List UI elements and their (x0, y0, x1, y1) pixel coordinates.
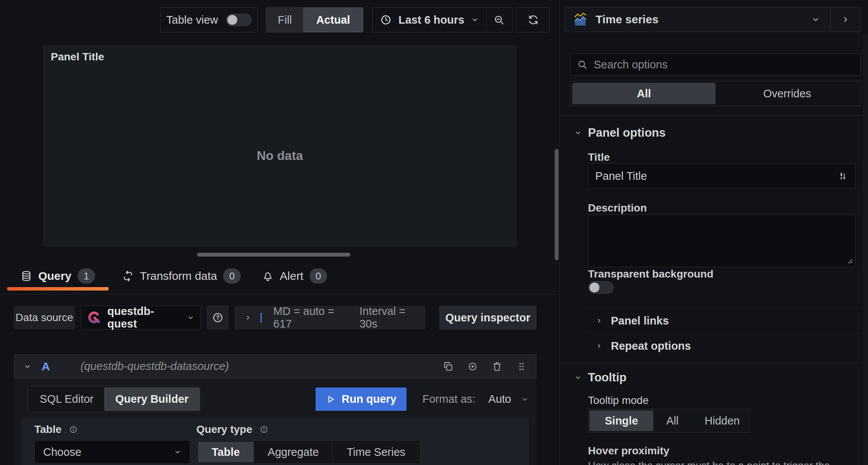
sql-editor-button[interactable]: SQL Editor (29, 388, 104, 411)
tab-transform-data[interactable]: Transform data 0 (115, 266, 248, 286)
tab-query-count: 1 (78, 268, 95, 284)
query-type-aggregate[interactable]: Aggregate (254, 442, 333, 462)
run-query-button[interactable]: Run query (316, 388, 406, 411)
delete-query-trash-icon[interactable] (492, 361, 502, 372)
play-icon (326, 394, 335, 404)
chevron-down-icon (574, 374, 582, 381)
transparent-background-toggle[interactable] (588, 281, 614, 294)
divider (560, 115, 868, 116)
editor-tabs: Query 1 Transform data 0 Alert 0 (7, 266, 335, 286)
tab-query-label: Query (38, 270, 71, 283)
panel-title-input[interactable] (595, 170, 838, 182)
visualization-name: Time series (596, 13, 659, 26)
chevron-down-icon (574, 129, 582, 137)
query-actions (443, 361, 527, 372)
table-select[interactable]: Choose (34, 440, 190, 464)
tooltip-mode-segmented: Single All Hidden (588, 409, 750, 433)
query-options-toggle[interactable]: MD = auto = 617 Interval = 30s (235, 306, 426, 329)
divider (588, 308, 859, 308)
panel-options-title: Panel options (588, 126, 666, 140)
vertical-scrollbar[interactable] (555, 149, 559, 260)
horizontal-scrollbar[interactable] (197, 253, 350, 257)
chevron-down-icon (187, 314, 194, 321)
table-view-toggle-group: Table view (160, 7, 257, 32)
options-search-input[interactable] (594, 58, 854, 71)
editor-mode-segmented: SQL Editor Query Builder (28, 386, 201, 412)
query-datasource-hint: (questdb-questdb-datasource) (81, 360, 229, 373)
options-pane: Time series All Overrides Panel options … (559, 0, 868, 465)
query-type-field: Query type Table Aggregate Time Series (196, 423, 421, 464)
clock-icon (380, 14, 392, 26)
tab-alert[interactable]: Alert 0 (254, 266, 335, 286)
time-range-picker[interactable]: Last 6 hours (372, 8, 486, 32)
query-ref-id: A (42, 360, 50, 373)
fill-actual-segmented: Fill Actual (266, 7, 363, 32)
duplicate-query-icon[interactable] (443, 361, 453, 372)
divider (560, 363, 868, 363)
hover-proximity-label: Hover proximity (588, 445, 669, 457)
hide-query-eye-icon[interactable] (467, 361, 478, 372)
info-icon (260, 425, 268, 434)
tab-alert-label: Alert (280, 270, 303, 283)
panel-title[interactable]: Panel Title (51, 51, 104, 63)
panel-options-header[interactable]: Panel options (574, 126, 666, 140)
time-range-group: Last 6 hours (372, 7, 513, 32)
tooltip-mode-single[interactable]: Single (589, 410, 653, 431)
interval-summary: Interval = 30s (360, 305, 416, 330)
repeat-options-label: Repeat options (611, 340, 691, 352)
repeat-options-section[interactable]: Repeat options (596, 338, 691, 354)
questdb-logo-icon (87, 311, 101, 325)
zoom-out-icon (493, 14, 505, 26)
toggle-knob (227, 15, 237, 25)
filter-tab-overrides[interactable]: Overrides (716, 83, 859, 104)
tooltip-mode-all[interactable]: All (653, 410, 691, 431)
query-type-table[interactable]: Table (198, 442, 254, 462)
filter-tab-all[interactable]: All (572, 83, 716, 104)
search-icon (577, 59, 588, 70)
tooltip-mode-label: Tooltip mode (588, 394, 649, 407)
description-label: Description (588, 202, 647, 214)
max-data-points-summary: MD = auto = 617 (273, 305, 343, 330)
tooltip-mode-hidden[interactable]: Hidden (691, 410, 753, 431)
variable-suggestion-icon[interactable] (838, 171, 848, 181)
query-editor-body: SQL Editor Query Builder Run query Forma… (14, 378, 536, 465)
chevron-down-icon (174, 448, 181, 456)
query-type-time-series[interactable]: Time Series (332, 442, 419, 462)
query-builder-button[interactable]: Query Builder (104, 388, 200, 411)
chevron-right-icon (841, 15, 850, 24)
visualization-picker[interactable]: Time series (565, 7, 861, 32)
divider (0, 294, 559, 294)
drag-handle-icon[interactable] (516, 361, 527, 372)
active-tab-underline (7, 287, 108, 291)
table-field-label-row: Table (34, 423, 190, 436)
actual-button[interactable]: Actual (303, 8, 363, 32)
query-type-label: Query type (196, 423, 252, 436)
format-as-select[interactable]: Auto (488, 393, 529, 405)
format-as-label: Format as: (423, 393, 476, 405)
panel-description-textarea[interactable] (588, 215, 855, 267)
tab-alert-count: 0 (309, 268, 327, 284)
query-builder-fields: Table Choose Query type Table (21, 418, 529, 465)
zoom-out-button[interactable] (487, 8, 511, 32)
datasource-help-button[interactable]: ? (207, 306, 228, 329)
data-source-picker[interactable]: questdb-quest (81, 306, 201, 329)
fill-button[interactable]: Fill (266, 8, 303, 32)
query-inspector-button[interactable]: Query inspector (439, 306, 536, 329)
panel-links-section[interactable]: Panel links (596, 313, 669, 328)
refresh-button[interactable] (517, 7, 550, 32)
transform-icon (122, 270, 134, 282)
query-type-label-row: Query type (196, 423, 421, 436)
query-type-segmented: Table Aggregate Time Series (196, 440, 421, 464)
collapse-pane-button[interactable] (831, 7, 860, 32)
tooltip-header[interactable]: Tooltip (574, 371, 627, 384)
options-filter-tabs: All Overrides (570, 81, 861, 106)
query-row-header[interactable]: A (questdb-questdb-datasource) (14, 354, 536, 378)
data-source-label: Data source (14, 306, 75, 329)
table-field: Table Choose (34, 423, 190, 464)
table-view-toggle[interactable] (226, 13, 252, 26)
panel-preview: Panel Title No data (44, 46, 516, 246)
panel-links-label: Panel links (611, 315, 669, 327)
tab-query[interactable]: Query 1 (7, 266, 108, 286)
options-pane-scrollbar[interactable] (863, 34, 868, 465)
chevron-down-icon[interactable] (23, 362, 32, 371)
